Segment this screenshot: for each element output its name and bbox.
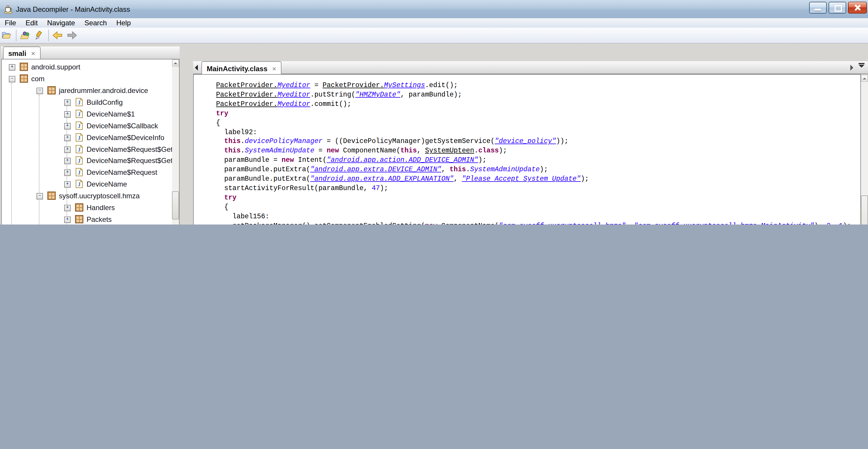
tab-mainactivity[interactable]: MainActivity.class × <box>202 61 281 75</box>
tree-item-devicename-request-getdevicer[interactable]: +JDeviceName$Request$GetDeviceR <box>2 156 179 167</box>
package-icon <box>75 215 84 224</box>
menu-help[interactable]: Help <box>112 18 135 28</box>
tree-item-label: DeviceName <box>87 180 127 189</box>
svg-text:J: J <box>78 182 81 188</box>
tree-item-label: DeviceName$1 <box>87 110 135 118</box>
menu-edit[interactable]: Edit <box>21 18 42 28</box>
open-type-button[interactable] <box>18 29 32 42</box>
tab-mainactivity-label: MainActivity.class <box>207 64 267 73</box>
minimize-icon <box>814 9 821 10</box>
close-icon <box>848 2 866 13</box>
code-line: PacketProvider.Myeditor = PacketProvider… <box>199 81 851 90</box>
tree-vertical-scrollbar[interactable] <box>172 59 179 224</box>
tree-item-label: DeviceName$Request$GetDeviceR <box>87 157 180 165</box>
code-line: paramBundle = new Intent("android.app.ac… <box>199 156 851 165</box>
pen-icon <box>34 31 45 40</box>
open-folder-icon <box>2 31 12 40</box>
tree-item-label: DeviceName$Request$GetDeviceR <box>87 145 180 153</box>
expand-icon[interactable]: + <box>64 158 71 164</box>
tab-close-icon[interactable]: × <box>31 50 35 58</box>
tree-item-packets[interactable]: +Packets <box>2 214 179 224</box>
menu-file[interactable]: File <box>0 18 21 28</box>
svg-text:J: J <box>78 170 81 176</box>
forward-button[interactable] <box>65 29 79 42</box>
toolbar-separator <box>16 29 17 41</box>
tree-item-buildconfig[interactable]: +JBuildConfig <box>2 97 179 109</box>
open-file-button[interactable] <box>0 29 14 42</box>
tab-smali[interactable]: smali × <box>3 46 40 60</box>
class-icon: J <box>75 109 84 118</box>
tree-item-devicename-request-getdevicer[interactable]: +JDeviceName$Request$GetDeviceR <box>2 144 179 156</box>
tree-item-devicename-callback[interactable]: +JDeviceName$Callback <box>2 120 179 132</box>
code-line: try <box>199 193 851 202</box>
tab-close-icon[interactable]: × <box>272 64 276 73</box>
menu-navigate[interactable]: Navigate <box>42 18 80 28</box>
class-icon: J <box>75 156 84 165</box>
code-editor[interactable]: PacketProvider.Myeditor = PacketProvider… <box>193 74 861 224</box>
code-line: paramBundle.putExtra("android.app.extra.… <box>199 165 851 174</box>
expand-icon[interactable]: + <box>64 217 71 223</box>
tree-item-devicename-deviceinfo[interactable]: +JDeviceName$DeviceInfo <box>2 132 179 144</box>
minimize-button[interactable] <box>809 2 827 13</box>
maximize-button[interactable] <box>829 2 846 13</box>
back-button[interactable] <box>51 29 65 42</box>
code-line: startActivityForResult(paramBundle, 47); <box>199 184 851 193</box>
package-icon <box>47 86 56 95</box>
svg-text:J: J <box>78 146 81 152</box>
class-icon: J <box>75 145 84 153</box>
tab-scroll-left-icon[interactable] <box>195 65 198 71</box>
editor-vscroll-thumb[interactable] <box>861 195 868 224</box>
tree-item-sysoff-uucryptoscell-hmza[interactable]: −sysoff.uucryptoscell.hmza <box>2 191 179 202</box>
svg-text:J: J <box>78 111 81 117</box>
collapse-icon[interactable]: − <box>36 193 43 199</box>
toolbar <box>0 28 868 43</box>
tree-item-devicename-request[interactable]: +JDeviceName$Request <box>2 167 179 179</box>
scroll-up-button[interactable] <box>172 59 179 66</box>
package-icon <box>75 203 84 212</box>
pen-button[interactable] <box>32 29 46 42</box>
folder-classes-icon <box>20 31 31 40</box>
expand-icon[interactable]: + <box>64 205 71 211</box>
expand-icon[interactable]: + <box>64 111 71 118</box>
code-line: PacketProvider.Myeditor.commit(); <box>199 99 851 109</box>
tab-list-icon[interactable] <box>859 65 865 71</box>
expand-icon[interactable]: + <box>64 146 71 153</box>
expand-icon[interactable]: + <box>64 182 71 188</box>
tree-vscroll-thumb[interactable] <box>172 191 179 220</box>
expand-icon[interactable]: + <box>64 170 71 176</box>
code-line: { <box>199 118 851 127</box>
expand-icon[interactable]: + <box>9 64 15 71</box>
title-bar[interactable]: Java Decompiler - MainActivity.class <box>0 0 868 19</box>
code-line: label92: <box>199 127 851 137</box>
code-line: this.devicePolicyManager = ((DevicePolic… <box>199 137 851 146</box>
tree-item-label: DeviceName$DeviceInfo <box>87 133 164 141</box>
tree-item-com[interactable]: −com <box>2 73 179 85</box>
collapse-icon[interactable]: − <box>9 76 15 83</box>
scroll-up-button[interactable] <box>861 75 868 82</box>
svg-text:J: J <box>78 158 81 164</box>
expand-icon[interactable]: + <box>64 99 71 106</box>
tree-item-devicename[interactable]: +JDeviceName <box>2 179 179 191</box>
app-window: Java Decompiler - MainActivity.class Fil… <box>0 0 868 224</box>
package-icon <box>20 62 28 71</box>
menu-search[interactable]: Search <box>80 18 112 28</box>
tab-smali-label: smali <box>8 50 26 58</box>
tree-item-android-support[interactable]: +android.support <box>2 62 179 73</box>
tree-item-label: Handlers <box>87 203 115 212</box>
collapse-icon[interactable]: − <box>36 88 43 94</box>
package-icon <box>20 74 28 83</box>
tree-item-jaredrummler-android-device[interactable]: −jaredrummler.android.device <box>2 85 179 97</box>
tab-scroll-right-icon[interactable] <box>850 65 853 71</box>
close-button[interactable] <box>848 2 867 13</box>
tree-item-handlers[interactable]: +Handlers <box>2 202 179 214</box>
tree-item-label: jaredrummler.android.device <box>59 87 148 95</box>
expand-icon[interactable]: + <box>64 123 71 129</box>
package-icon <box>47 191 56 200</box>
menu-bar: FileEditNavigateSearchHelp <box>0 18 868 28</box>
expand-icon[interactable]: + <box>64 134 71 141</box>
toolbar-separator <box>48 29 49 41</box>
editor-vertical-scrollbar[interactable] <box>861 75 868 224</box>
tree-item-devicename-1[interactable]: +JDeviceName$1 <box>2 108 179 120</box>
code-line: label156: <box>199 212 851 221</box>
code-line: { <box>199 202 851 212</box>
